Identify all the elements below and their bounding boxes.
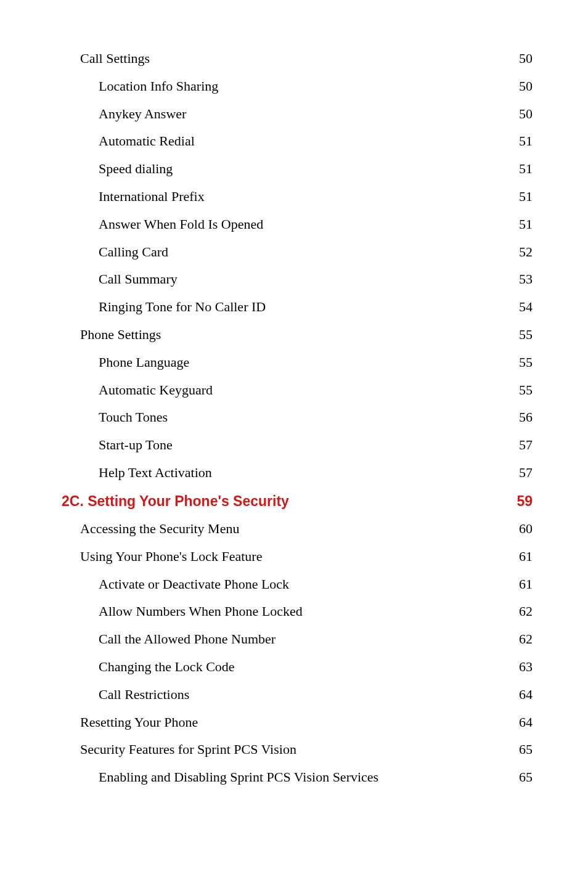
toc-entry: Activate or Deactivate Phone Lock61 — [99, 575, 533, 594]
toc-entry-label: International Prefix — [99, 187, 205, 206]
toc-entry-label: Call Settings — [80, 49, 150, 68]
toc-entry: Using Your Phone's Lock Feature61 — [80, 547, 533, 566]
toc-entry-page: 55 — [519, 381, 533, 400]
toc-entry-label: Call Summary — [99, 270, 178, 289]
toc-entry-page: 55 — [519, 325, 533, 345]
toc-entry-page: 63 — [519, 658, 533, 677]
toc-entry-label: Call Restrictions — [99, 685, 189, 704]
toc-entry-page: 50 — [519, 77, 533, 96]
toc-entry-page: 64 — [519, 713, 533, 732]
toc-entry: Automatic Redial51 — [99, 132, 533, 151]
toc-entry: Anykey Answer50 — [99, 105, 533, 124]
toc-entry-page: 65 — [519, 740, 533, 759]
toc-entry-label: Security Features for Sprint PCS Vision — [80, 740, 296, 759]
toc-entry: Location Info Sharing50 — [99, 77, 533, 96]
toc-entry-label: Enabling and Disabling Sprint PCS Vision… — [99, 768, 378, 787]
toc-entry-page: 61 — [519, 575, 533, 594]
table-of-contents: Call Settings50Location Info Sharing50An… — [37, 49, 533, 787]
toc-entry: 2C. Setting Your Phone's Security 59 — [62, 491, 533, 511]
toc-entry-label: Automatic Keyguard — [99, 381, 213, 400]
toc-entry-label: Call the Allowed Phone Number — [99, 630, 276, 649]
toc-entry: Call Settings50 — [80, 49, 533, 68]
toc-entry: Automatic Keyguard55 — [99, 381, 533, 400]
toc-entry: Allow Numbers When Phone Locked62 — [99, 602, 533, 621]
toc-entry: Phone Settings55 — [80, 325, 533, 345]
toc-entry-label: Answer When Fold Is Opened — [99, 215, 263, 234]
toc-entry-label: Start-up Tone — [99, 436, 173, 455]
toc-entry-label: Calling Card — [99, 243, 168, 262]
toc-entry: Help Text Activation57 — [99, 463, 533, 483]
toc-entry-page: 51 — [519, 215, 533, 234]
toc-entry: Call Summary53 — [99, 270, 533, 289]
toc-entry-page: 57 — [519, 463, 533, 483]
toc-entry-page: 51 — [519, 132, 533, 151]
toc-entry-label: Phone Language — [99, 353, 189, 372]
toc-entry: Security Features for Sprint PCS Vision6… — [80, 740, 533, 759]
toc-entry-label: Phone Settings — [80, 325, 161, 345]
toc-entry-label: Allow Numbers When Phone Locked — [99, 602, 303, 621]
toc-entry-page: 62 — [519, 602, 533, 621]
toc-entry-label: Help Text Activation — [99, 463, 212, 483]
toc-entry-label: Using Your Phone's Lock Feature — [80, 547, 262, 566]
toc-entry-label: Ringing Tone for No Caller ID — [99, 298, 266, 317]
toc-entry-page: 50 — [519, 105, 533, 124]
toc-entry: Phone Language55 — [99, 353, 533, 372]
toc-entry: Answer When Fold Is Opened51 — [99, 215, 533, 234]
toc-entry: Call the Allowed Phone Number62 — [99, 630, 533, 649]
toc-entry-label: Automatic Redial — [99, 132, 195, 151]
toc-entry-label: Activate or Deactivate Phone Lock — [99, 575, 289, 594]
toc-entry-page: 56 — [519, 408, 533, 427]
toc-entry-page: 65 — [519, 768, 533, 787]
toc-entry-page: 57 — [519, 436, 533, 455]
toc-entry-label: Touch Tones — [99, 408, 168, 427]
toc-entry: Changing the Lock Code63 — [99, 658, 533, 677]
toc-entry-page: 64 — [519, 685, 533, 704]
toc-entry-page: 62 — [519, 630, 533, 649]
toc-entry-label: Accessing the Security Menu — [80, 520, 239, 539]
toc-entry: Enabling and Disabling Sprint PCS Vision… — [99, 768, 533, 787]
toc-entry-page: 60 — [519, 520, 533, 539]
toc-entry-label: Anykey Answer — [99, 105, 186, 124]
toc-entry-page: 55 — [519, 353, 533, 372]
toc-entry: Calling Card52 — [99, 243, 533, 262]
toc-entry-page: 51 — [519, 160, 533, 179]
toc-entry: Resetting Your Phone64 — [80, 713, 533, 732]
toc-entry-page: 50 — [519, 49, 533, 68]
toc-entry-label: 2C. Setting Your Phone's Security — [62, 491, 289, 511]
toc-entry: Speed dialing51 — [99, 160, 533, 179]
toc-entry: Ringing Tone for No Caller ID54 — [99, 298, 533, 317]
toc-entry: International Prefix51 — [99, 187, 533, 206]
toc-entry-label: Speed dialing — [99, 160, 173, 179]
toc-entry-page: 59 — [517, 491, 533, 511]
toc-entry-page: 53 — [519, 270, 533, 289]
toc-entry-label: Location Info Sharing — [99, 77, 218, 96]
toc-entry: Start-up Tone57 — [99, 436, 533, 455]
toc-entry: Accessing the Security Menu60 — [80, 520, 533, 539]
toc-entry-label: Resetting Your Phone — [80, 713, 198, 732]
toc-entry-page: 52 — [519, 243, 533, 262]
toc-entry: Call Restrictions64 — [99, 685, 533, 704]
toc-entry-page: 51 — [519, 187, 533, 206]
toc-entry-page: 61 — [519, 547, 533, 566]
toc-entry: Touch Tones56 — [99, 408, 533, 427]
toc-entry-page: 54 — [519, 298, 533, 317]
toc-entry-label: Changing the Lock Code — [99, 658, 235, 677]
